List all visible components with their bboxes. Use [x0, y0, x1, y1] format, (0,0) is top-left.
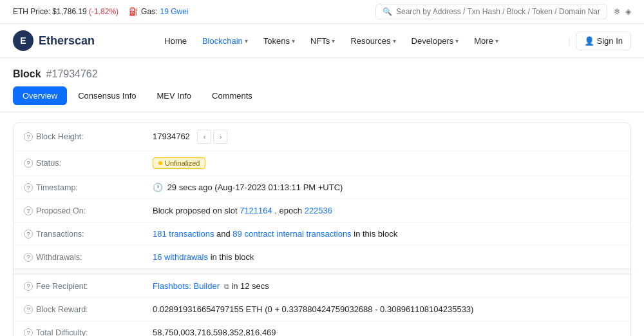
page-title: Block	[13, 68, 41, 80]
proposed-on-label: Proposed On:	[36, 206, 86, 215]
navbar: E Etherscan Home Blockchain ▾ Tokens ▾ N…	[0, 24, 644, 58]
proposed-on-help-icon[interactable]: ?	[24, 206, 33, 215]
total-difficulty-label: Total Difficulty:	[36, 328, 88, 337]
status-help-icon[interactable]: ?	[24, 159, 33, 168]
status-dot	[158, 161, 162, 165]
timestamp-help-icon[interactable]: ?	[24, 183, 33, 192]
tab-overview[interactable]: Overview	[13, 86, 67, 105]
nav-tokens[interactable]: Tokens ▾	[257, 32, 301, 50]
block-info-table: ? Block Height: 17934762 ‹ › ?	[14, 123, 630, 336]
tab-mev[interactable]: MEV Info	[147, 86, 201, 105]
nav-home[interactable]: Home	[158, 32, 193, 50]
topbar: ETH Price: $1,786.19 (-1.82%) ⛽ Gas: 19 …	[0, 0, 644, 24]
tab-comments[interactable]: Comments	[202, 86, 262, 105]
topbar-icons: ❄ ◈	[614, 7, 631, 16]
user-icon: 👤	[584, 36, 594, 46]
developers-chevron-icon: ▾	[455, 37, 459, 44]
total-difficulty-help-icon[interactable]: ?	[24, 328, 33, 337]
topbar-left: ETH Price: $1,786.19 (-1.82%) ⛽ Gas: 19 …	[13, 7, 188, 16]
clock-icon: 🕐	[153, 183, 163, 192]
eth-price-change: (-1.82%)	[89, 7, 118, 16]
fee-recipient-suffix: in 12 secs	[231, 281, 269, 291]
block-height-help-icon[interactable]: ?	[24, 132, 33, 141]
fee-recipient-help-icon[interactable]: ?	[24, 282, 33, 291]
timestamp-label: Timestamp:	[36, 183, 78, 192]
nav-right: | 👤 Sign In	[568, 32, 631, 50]
sign-in-button[interactable]: 👤 Sign In	[576, 32, 631, 50]
nav-blockchain[interactable]: Blockchain ▾	[196, 32, 254, 50]
page-header: Block #17934762	[0, 58, 644, 86]
main-content: ? Block Height: 17934762 ‹ › ?	[0, 112, 644, 336]
gas-label: Gas:	[141, 7, 157, 16]
nav-nfts[interactable]: NFTs ▾	[304, 32, 341, 50]
epoch-prefix: , epoch	[274, 206, 304, 215]
fee-recipient-label: Fee Recipient:	[36, 282, 88, 291]
gas-pump-icon: ⛽	[129, 7, 138, 16]
nav-developers[interactable]: Developers ▾	[405, 32, 466, 50]
timestamp-value: 29 secs ago (Aug-17-2023 01:13:11 PM +UT…	[167, 183, 343, 192]
total-difficulty-value: 58,750,003,716,598,352,816,469	[153, 328, 276, 336]
table-row: ? Transactions: 181 transactions and 89 …	[14, 222, 630, 246]
transactions-suffix: in this block	[354, 229, 397, 239]
withdrawals-label: Withdrawals:	[36, 253, 82, 262]
table-row: ? Timestamp: 🕐 29 secs ago (Aug-17-2023 …	[14, 176, 630, 199]
transactions-and: and	[216, 229, 232, 239]
block-height-label: Block Height:	[36, 132, 84, 141]
topbar-right: 🔍 ❄ ◈	[375, 4, 631, 19]
section-divider-row	[14, 269, 630, 275]
gas-info: ⛽ Gas: 19 Gwei	[129, 7, 188, 16]
table-row: ? Block Height: 17934762 ‹ ›	[14, 123, 630, 151]
copy-icon[interactable]: ⧉	[224, 282, 229, 290]
blockchain-chevron-icon: ▾	[245, 37, 248, 44]
table-row: ? Withdrawals: 16 withdrawals in this bl…	[14, 246, 630, 269]
prev-block-button[interactable]: ‹	[197, 130, 211, 144]
eth-price-value: $1,786.19	[52, 7, 86, 16]
eth-price-info: ETH Price: $1,786.19 (-1.82%)	[13, 7, 118, 16]
search-input[interactable]	[396, 7, 600, 16]
resources-chevron-icon: ▾	[393, 37, 396, 44]
status-value: Unfinalized	[165, 159, 200, 167]
table-row: ? Proposed On: Block proposed on slot 71…	[14, 199, 630, 222]
brand: E Etherscan	[13, 30, 95, 51]
next-block-button[interactable]: ›	[213, 130, 227, 144]
block-nav-arrows: ‹ ›	[197, 130, 227, 144]
table-row: ? Block Reward: 0.028919316654797155 ETH…	[14, 298, 630, 321]
sign-in-label: Sign In	[597, 36, 623, 46]
withdrawals-help-icon[interactable]: ?	[24, 253, 33, 262]
block-reward-value: 0.028919316654797155 ETH (0 + 0.33788042…	[153, 304, 473, 314]
tokens-chevron-icon: ▾	[292, 37, 295, 44]
withdrawals-link[interactable]: 16 withdrawals	[153, 252, 208, 262]
brand-logo: E	[13, 30, 33, 51]
ethereum-icon[interactable]: ◈	[625, 7, 631, 16]
table-row: ? Fee Recipient: Flashbots: Builder ⧉ in…	[14, 275, 630, 298]
withdrawals-suffix: in this block	[211, 252, 254, 262]
search-bar[interactable]: 🔍	[375, 4, 607, 19]
snowflake-icon[interactable]: ❄	[614, 7, 620, 16]
block-height-value: 17934762	[153, 132, 190, 141]
gas-value: 19 Gwei	[160, 7, 188, 16]
epoch-link[interactable]: 222536	[305, 206, 332, 215]
transactions-label: Transactions:	[36, 230, 84, 239]
internal-transactions-link[interactable]: 89 contract internal transactions	[232, 229, 351, 239]
nfts-chevron-icon: ▾	[332, 37, 335, 44]
table-row: ? Status: Unfinalized	[14, 151, 630, 176]
slot-link[interactable]: 7121164	[240, 206, 272, 215]
navbar-nav: Home Blockchain ▾ Tokens ▾ NFTs ▾ Resour…	[158, 32, 505, 50]
status-badge: Unfinalized	[153, 157, 205, 169]
more-chevron-icon: ▾	[495, 37, 498, 44]
status-label: Status:	[36, 159, 61, 168]
fee-recipient-link[interactable]: Flashbots: Builder	[153, 281, 220, 291]
tabs-bar: Overview Consensus Info MEV Info Comment…	[0, 86, 644, 112]
search-icon: 🔍	[383, 7, 392, 16]
eth-price-label: ETH Price:	[13, 7, 50, 16]
nav-resources[interactable]: Resources ▾	[344, 32, 402, 50]
nav-more[interactable]: More ▾	[468, 32, 505, 50]
block-number: #17934762	[46, 68, 98, 80]
block-reward-help-icon[interactable]: ?	[24, 305, 33, 314]
transactions-link[interactable]: 181 transactions	[153, 229, 214, 239]
tab-consensus[interactable]: Consensus Info	[68, 86, 146, 105]
proposed-on-prefix: Block proposed on slot	[153, 206, 240, 215]
brand-name: Etherscan	[39, 34, 95, 48]
table-row: ? Total Difficulty: 58,750,003,716,598,3…	[14, 321, 630, 337]
transactions-help-icon[interactable]: ?	[24, 230, 33, 239]
